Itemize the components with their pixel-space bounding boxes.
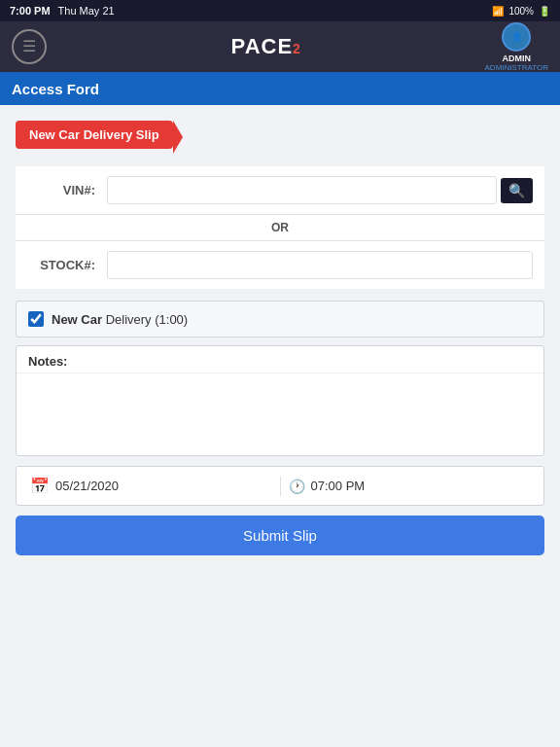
date-field[interactable]: 📅 05/21/2020 [22,475,280,497]
avatar-inner: 👤 [504,24,529,50]
date-value: 05/21/2020 [55,479,119,493]
or-divider: OR [16,215,544,241]
blue-banner: Access Ford [0,72,560,105]
checkbox-label: New Car Delivery (1:00) [52,312,188,327]
new-car-checkbox[interactable] [28,311,44,327]
notes-textarea[interactable] [17,374,543,451]
avatar: 👤 [502,22,531,52]
menu-button[interactable]: ☰ [12,29,47,64]
stock-input[interactable] [107,251,533,279]
menu-icon: ☰ [22,39,36,54]
datetime-row[interactable]: 📅 05/21/2020 🕐 07:00 PM [16,466,544,506]
logo: PACE2 [231,34,300,59]
clock-icon: 🕐 [289,479,305,494]
status-right: 📶 100% 🔋 [492,6,550,17]
vin-search-button[interactable]: 🔍 [501,178,533,203]
search-icon: 🔍 [508,183,525,198]
new-car-delivery-badge[interactable]: New Car Delivery Slip [16,121,173,149]
battery-full-icon: 🔋 [539,6,550,17]
header: ☰ PACE2 👤 ADMIN ADMINISTRATOR [0,21,560,72]
vin-row: VIN#: 🔍 [16,166,544,215]
main-content: New Car Delivery Slip VIN#: 🔍 OR STOCK#:… [0,105,560,747]
notes-header: Notes: [17,346,543,374]
vin-label: VIN#: [27,183,95,197]
admin-label: ADMIN [503,53,532,63]
time-value: 07:00 PM [311,479,366,493]
notes-section: Notes: [16,345,544,456]
calendar-icon: 📅 [30,477,50,495]
submit-button[interactable]: Submit Slip [16,516,544,555]
admin-role: ADMINISTRATOR [485,63,548,72]
status-bar: 7:00 PM Thu May 21 📶 100% 🔋 [0,0,560,21]
battery-icon: 100% [508,6,534,17]
time-field[interactable]: 🕐 07:00 PM [280,477,539,496]
status-date: Thu May 21 [58,5,115,17]
checkbox-row[interactable]: New Car Delivery (1:00) [16,301,544,338]
dealership-title: Access Ford [12,81,99,97]
logo-area: PACE2 [231,34,300,59]
form-section: VIN#: 🔍 OR STOCK#: [16,166,544,289]
status-time: 7:00 PM [10,5,51,17]
checkbox-bold-text: New Car [52,312,102,327]
stock-row: STOCK#: [16,241,544,289]
avatar-icon: 👤 [511,32,522,42]
admin-area: 👤 ADMIN ADMINISTRATOR [485,22,548,72]
vin-input[interactable] [107,176,497,204]
wifi-icon: 📶 [492,6,504,17]
stock-label: STOCK#: [27,258,95,272]
checkbox-normal-text: Delivery (1:00) [102,312,188,327]
